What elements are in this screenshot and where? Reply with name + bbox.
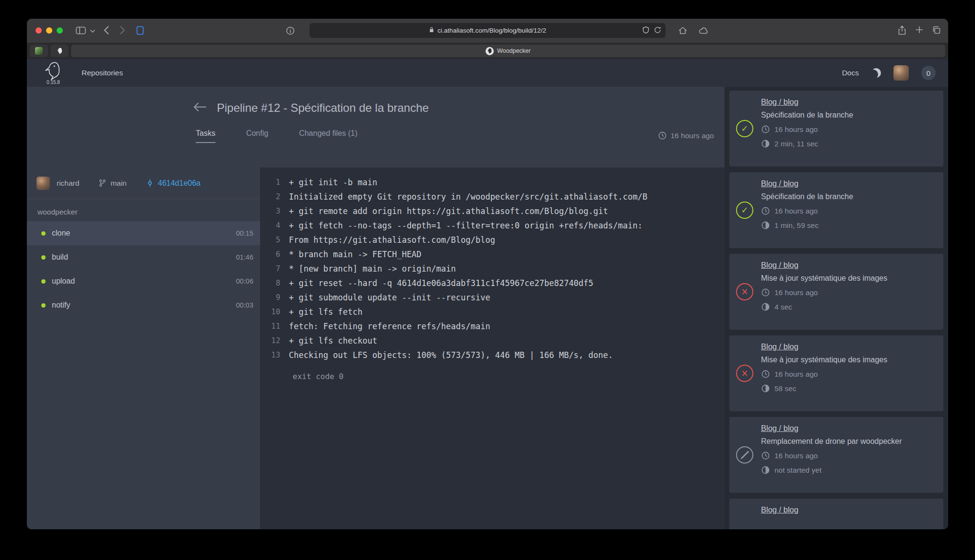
chevron-down-icon[interactable]: [90, 30, 95, 33]
browser-tab-2[interactable]: [50, 45, 69, 57]
clock-icon: [761, 206, 770, 215]
build-duration: 1 min, 59 sec: [761, 221, 937, 230]
dark-mode-toggle-icon[interactable]: [871, 68, 881, 78]
tab-tasks[interactable]: Tasks: [196, 129, 215, 143]
pipeline-tabs: TasksConfigChanged files (1)16 hours ago: [27, 129, 725, 143]
build-repo-link[interactable]: Blog / blog: [761, 179, 937, 188]
task-name: clone: [52, 229, 70, 238]
build-repo-link[interactable]: Blog / blog: [761, 424, 937, 433]
close-window-button[interactable]: [36, 27, 42, 34]
home-icon[interactable]: [678, 26, 687, 35]
task-status-dot: [41, 279, 46, 284]
log-line-text: + git remote add origin https://git.atha…: [289, 204, 608, 218]
tab-overview-icon[interactable]: [932, 26, 940, 34]
nav-repositories-link[interactable]: Repositories: [82, 69, 123, 77]
build-time: 16 hours ago: [761, 288, 937, 297]
build-card[interactable]: ✓Blog / blogSpécification de la branche1…: [729, 172, 943, 248]
browser-window: ci.athaliasoft.com/Blog/blog/build/12/2: [27, 19, 948, 529]
reader-info-icon[interactable]: [286, 26, 295, 35]
task-row-build[interactable]: build01:46: [27, 245, 260, 269]
back-arrow-button[interactable]: [193, 102, 206, 114]
tab-config[interactable]: Config: [246, 129, 268, 143]
status-not_started-icon: [736, 446, 753, 464]
browser-tab-active[interactable]: Woodpecker: [71, 45, 945, 57]
browser-toolbar: ci.athaliasoft.com/Blog/blog/build/12/2: [27, 19, 948, 43]
url-field[interactable]: ci.athaliasoft.com/Blog/blog/build/12/2: [309, 23, 666, 38]
log-line: 4+ git fetch --no-tags --depth=1 --filte…: [264, 218, 725, 233]
build-card[interactable]: ×Blog / blogMise à jour systématique des…: [729, 254, 943, 330]
task-duration: 01:46: [236, 253, 253, 261]
build-message: Remplacement de drone par woodpecker: [761, 437, 937, 446]
duration-icon: [761, 221, 770, 230]
woodpecker-favicon: [486, 47, 494, 55]
log-line: 2Initialized empty Git repository in /wo…: [264, 190, 725, 204]
log-line-number: 6: [264, 247, 280, 262]
task-duration: 00:03: [236, 301, 253, 309]
build-repo-link[interactable]: Blog / blog: [761, 342, 937, 351]
build-repo-link[interactable]: Blog / blog: [761, 261, 937, 270]
build-message: Spécification de la branche: [761, 111, 937, 119]
minimize-window-button[interactable]: [46, 27, 52, 34]
status-success-icon: ✓: [736, 120, 753, 137]
notification-badge[interactable]: 0: [921, 66, 936, 80]
log-line-number: 8: [264, 276, 280, 290]
log-line: 5From https://git.athaliasoft.com/Blog/b…: [264, 233, 725, 247]
pipeline-time-ago: 16 hours ago: [658, 131, 714, 143]
task-duration: 00:06: [236, 277, 253, 285]
clock-icon: [761, 451, 770, 460]
nav-docs-link[interactable]: Docs: [842, 69, 859, 77]
woodpecker-page: 0.15.8 Repositories Docs 0 Pipeline #12 …: [27, 59, 948, 529]
log-line-number: 1: [264, 175, 280, 190]
build-card[interactable]: ×Blog / blogMise à jour systématique des…: [729, 335, 943, 411]
log-line: 8+ git reset --hard -q 4614d1e06a3dabf31…: [264, 276, 725, 290]
build-card[interactable]: ✓Blog / blogSpécification de la branche1…: [729, 91, 943, 167]
workflow-name: woodpecker: [27, 199, 260, 221]
duration-icon: [761, 302, 770, 311]
favicon-image: [35, 47, 43, 55]
pipeline-meta-row: richard main 4614d1e06a: [27, 167, 260, 199]
status-failure-icon: ×: [736, 283, 753, 300]
log-line: 13Checking out LFS objects: 100% (573/57…: [264, 348, 725, 362]
task-row-upload[interactable]: upload00:06: [27, 269, 260, 293]
forward-button-icon[interactable]: [120, 26, 125, 35]
log-line-number: 4: [264, 218, 280, 233]
share-icon[interactable]: [898, 25, 906, 35]
status-success-icon: ✓: [736, 202, 753, 219]
build-duration: not started yet: [761, 465, 937, 475]
start-page-icon[interactable]: [136, 26, 144, 35]
sidebar-toggle-icon[interactable]: [76, 26, 86, 35]
commit-link[interactable]: 4614d1e06a: [158, 179, 201, 188]
reload-icon[interactable]: [654, 26, 661, 35]
woodpecker-logo[interactable]: 0.15.8: [39, 61, 67, 85]
log-line: 6* branch main -> FETCH_HEAD: [264, 247, 725, 262]
build-repo-link[interactable]: Blog / blog: [761, 505, 937, 514]
lock-icon: [429, 26, 434, 35]
task-name: upload: [52, 277, 75, 286]
build-card[interactable]: Blog / blogRemplacement de drone par woo…: [729, 417, 943, 493]
exit-code-text: exit code 0: [293, 372, 725, 381]
browser-tab-1[interactable]: [30, 45, 48, 57]
icloud-tabs-icon[interactable]: [699, 27, 708, 34]
log-line: 12+ git lfs checkout: [264, 334, 725, 348]
tab-changed-files-1-[interactable]: Changed files (1): [299, 129, 357, 143]
task-row-notify[interactable]: notify00:03: [27, 293, 260, 317]
log-line-text: Checking out LFS objects: 100% (573/573)…: [289, 348, 613, 362]
user-avatar[interactable]: [893, 65, 909, 81]
new-tab-icon[interactable]: [916, 26, 923, 34]
build-repo-link[interactable]: Blog / blog: [761, 97, 937, 107]
pipeline-left-panel: richard main 4614d1e06a woodpecker cl: [27, 167, 260, 529]
log-line-text: + git submodule update --init --recursiv…: [289, 290, 490, 305]
log-line-text: * [new branch] main -> origin/main: [289, 262, 456, 276]
back-button-icon[interactable]: [104, 26, 109, 35]
log-area[interactable]: 1+ git init -b main2Initialized empty Gi…: [260, 167, 725, 529]
build-card[interactable]: Blog / blog: [729, 499, 943, 529]
build-message: Mise à jour systématique des images: [761, 356, 937, 364]
task-list: clone00:15build01:46upload00:06notify00:…: [27, 221, 260, 317]
branch-icon: [98, 179, 107, 187]
task-row-clone[interactable]: clone00:15: [27, 221, 260, 245]
task-name: notify: [52, 301, 70, 310]
task-status-dot: [41, 303, 46, 308]
zoom-window-button[interactable]: [57, 27, 63, 34]
build-duration: 2 min, 11 sec: [761, 139, 937, 148]
privacy-report-icon[interactable]: [642, 26, 649, 35]
